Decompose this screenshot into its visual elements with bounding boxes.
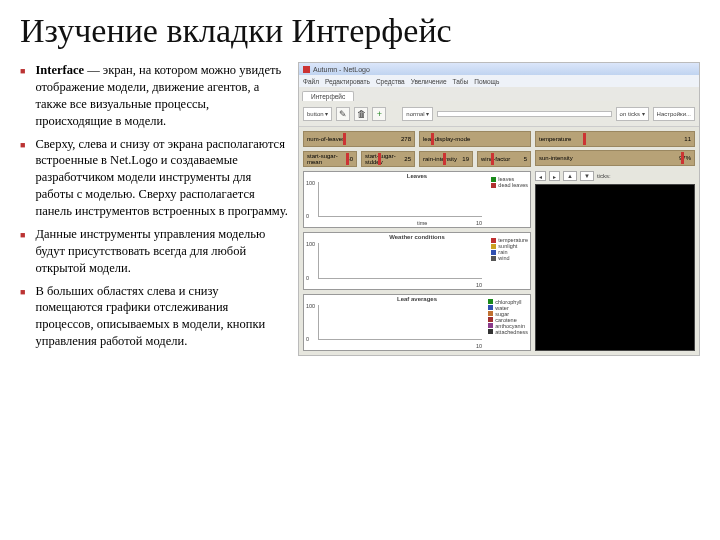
bullet-item: ■Interface — экран, на котором можно уви… [20, 62, 288, 130]
toolbar: button ▾ ✎ 🗑 + normal ▾ on ticks ▾ Настр… [299, 101, 699, 127]
slider-knob-icon[interactable] [343, 133, 346, 145]
slider-label: sun-intensity [539, 155, 573, 161]
slider-label: num-of-leaves [307, 136, 345, 142]
ticks-label: ticks: [597, 173, 611, 179]
slider[interactable]: num-of-leaves278 [303, 131, 415, 147]
plot: Leaf averages100010chlorophyllwatersugar… [303, 294, 531, 351]
plot-title: Leaves [407, 173, 427, 179]
slider-value: 19 [462, 156, 469, 162]
slider-knob-icon[interactable] [491, 153, 494, 165]
plot-legend: temperaturesunlightrainwind [491, 237, 528, 261]
app-screenshot: Autumn - NetLogo ФайлРедактироватьСредст… [298, 62, 700, 356]
bullet-icon: ■ [20, 229, 25, 277]
bullet-item: ■В больших областях слева и снизу помеща… [20, 283, 288, 351]
menu-item[interactable]: Табы [453, 78, 469, 85]
bullet-item: ■Данные инструменты управления моделью б… [20, 226, 288, 277]
slider-value: 278 [401, 136, 411, 142]
slider-label: rain-intensity [423, 156, 457, 162]
slider[interactable]: start-sugar-stddev25 [361, 151, 415, 167]
plot: Leaves1000time10leavesdead leaves [303, 171, 531, 228]
speed-dropdown[interactable]: normal ▾ [402, 107, 433, 121]
plot-title: Leaf averages [397, 296, 437, 302]
slider[interactable]: leaf-display-mode [419, 131, 531, 147]
slider-label: wind-factor [481, 156, 510, 162]
tab-interface[interactable]: Интерфейс [302, 91, 354, 101]
slider[interactable]: start-sugar-mean50 [303, 151, 357, 167]
bullet-icon: ■ [20, 286, 25, 351]
arrow-right-icon[interactable]: ▸ [549, 171, 560, 181]
toolbar-kind-dropdown[interactable]: button ▾ [303, 107, 332, 121]
slider-label: temperature [539, 136, 571, 142]
slider-value: 5 [524, 156, 527, 162]
window-title: Autumn - NetLogo [313, 66, 370, 73]
slider[interactable]: wind-factor5 [477, 151, 531, 167]
bullet-icon: ■ [20, 65, 25, 130]
settings-button[interactable]: Настройки... [653, 107, 695, 121]
slider-knob-icon[interactable] [583, 133, 586, 145]
slider[interactable]: sun-intensity97% [535, 150, 695, 166]
speed-slider[interactable] [437, 111, 611, 117]
bullet-item: ■Сверху, слева и снизу от экрана распола… [20, 136, 288, 220]
slider-value: 11 [684, 136, 691, 142]
app-icon [303, 66, 310, 73]
menu-item[interactable]: Файл [303, 78, 319, 85]
plot-legend: chlorophyllwatersugarcaroteneanthocyanin… [488, 299, 528, 335]
slide-title: Изучение вкладки Интерфейс [20, 12, 700, 50]
tab-row: Интерфейс [299, 87, 699, 101]
slider-knob-icon[interactable] [378, 153, 381, 165]
slider-label: start-sugar-mean [307, 153, 346, 165]
slider-knob-icon[interactable] [431, 133, 434, 145]
slider[interactable]: rain-intensity19 [419, 151, 473, 167]
window-titlebar: Autumn - NetLogo [299, 63, 699, 75]
view-header: ◂ ▸ ▲ ▼ ticks: [535, 170, 695, 182]
slider-value: 25 [404, 156, 411, 162]
slider-knob-icon[interactable] [681, 152, 684, 164]
view-updates-dropdown[interactable]: on ticks ▾ [616, 107, 649, 121]
add-icon[interactable]: + [372, 107, 386, 121]
menu-item[interactable]: Средства [376, 78, 405, 85]
bullet-list: ■Interface — экран, на котором можно уви… [20, 62, 288, 356]
plot: Weather conditions100010temperaturesunli… [303, 232, 531, 289]
arrow-up-icon[interactable]: ▲ [563, 171, 577, 181]
slider-knob-icon[interactable] [346, 153, 349, 165]
trash-icon[interactable]: 🗑 [354, 107, 368, 121]
plot-legend: leavesdead leaves [491, 176, 528, 188]
bullet-icon: ■ [20, 139, 25, 220]
slider-label: start-sugar-stddev [365, 153, 404, 165]
arrow-down-icon[interactable]: ▼ [580, 171, 594, 181]
model-view [535, 184, 695, 351]
edit-icon[interactable]: ✎ [336, 107, 350, 121]
arrow-left-icon[interactable]: ◂ [535, 171, 546, 181]
slider-knob-icon[interactable] [443, 153, 446, 165]
menu-item[interactable]: Помощь [474, 78, 499, 85]
plot-title: Weather conditions [389, 234, 445, 240]
menu-bar[interactable]: ФайлРедактироватьСредстваУвеличениеТабыП… [299, 75, 699, 87]
slider[interactable]: temperature11 [535, 131, 695, 147]
menu-item[interactable]: Увеличение [411, 78, 447, 85]
menu-item[interactable]: Редактировать [325, 78, 370, 85]
